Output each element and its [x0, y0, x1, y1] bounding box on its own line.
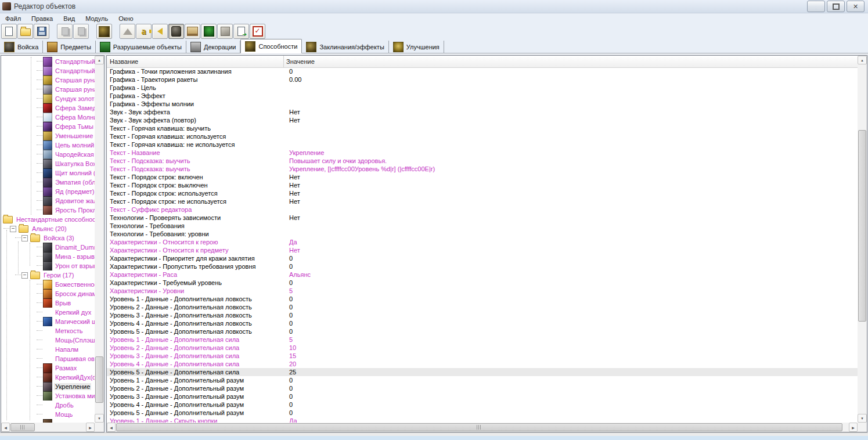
tree-item[interactable]: Урон от взрыва: [1, 261, 95, 271]
doodads-button[interactable]: [185, 24, 200, 39]
tree-folder[interactable]: –Войска (3): [1, 233, 95, 243]
property-row[interactable]: Характеристики - Приоритет для кражи зак…: [107, 254, 858, 262]
property-row[interactable]: Графика - Точки приложения заклинания0: [107, 67, 858, 75]
scroll-down-arrow-icon[interactable]: ▼: [858, 414, 867, 423]
tree-item[interactable]: Мощь(Сплэш): [1, 336, 95, 345]
terrain-button[interactable]: [120, 24, 135, 39]
tree-item[interactable]: Бросок динамит: [1, 289, 95, 298]
tree-item[interactable]: Укрепление: [1, 382, 95, 391]
property-row[interactable]: Графика - Эффект: [107, 92, 858, 100]
tree-item[interactable]: Стандартный пр: [1, 66, 95, 75]
minimize-button[interactable]: [807, 1, 825, 12]
save-button[interactable]: [34, 24, 49, 39]
tree-folder[interactable]: –Альянс (20): [1, 224, 95, 233]
tree-vertical-scrollbar[interactable]: ▲ ▼: [95, 56, 104, 423]
tree-folder[interactable]: Нестандартные способнос: [1, 215, 95, 224]
property-row[interactable]: Уровень 2 - Данные - Дополнительный разу…: [107, 384, 858, 392]
property-row[interactable]: Уровень 1 - Данные - Скрыть кнопкиДа: [107, 417, 858, 423]
property-row[interactable]: Уровень 5 - Данные - Дополнительная ловк…: [107, 327, 858, 336]
property-row[interactable]: Текст - Горячая клавиша: используется: [107, 132, 858, 140]
scroll-right-arrow-icon[interactable]: ▶: [86, 423, 95, 432]
property-row[interactable]: Графика - Траектория ракеты0.00: [107, 75, 858, 84]
scroll-left-arrow-icon[interactable]: ◀: [1, 423, 10, 432]
property-row[interactable]: Уровень 3 - Данные - Дополнительный разу…: [107, 392, 858, 401]
title-bar[interactable]: Редактор объектов ✕: [0, 0, 868, 13]
property-row[interactable]: Характеристики - Уровни5: [107, 287, 858, 295]
tree-item[interactable]: Мощь: [1, 410, 95, 419]
table-hscroll-thumb[interactable]: [116, 423, 842, 431]
tab-chest[interactable]: Предметы: [43, 41, 96, 53]
table-horizontal-scrollbar[interactable]: ◀ ▶: [107, 423, 858, 432]
property-row[interactable]: Звук - Звук эффекта (повтор)Нет: [107, 116, 858, 124]
property-row[interactable]: Уровень 5 - Данные - Дополнительная сила…: [107, 368, 858, 376]
tree-horizontal-scrollbar[interactable]: ◀ ▶: [1, 423, 95, 432]
tree-item[interactable]: Сфера Тьмы: [1, 122, 95, 131]
table-vscroll-thumb[interactable]: [858, 130, 866, 322]
tree-folder[interactable]: –Герои (17): [1, 271, 95, 280]
open-file-button[interactable]: [17, 24, 33, 39]
property-row[interactable]: Графика - Цель: [107, 84, 858, 92]
scroll-up-arrow-icon[interactable]: ▲: [95, 56, 104, 64]
tab-tower[interactable]: Декорации: [186, 41, 240, 53]
tree-item[interactable]: Мина - взрывае: [1, 252, 95, 261]
property-row[interactable]: Текст - Подсказка: выучитьПовышает силу …: [107, 157, 858, 165]
property-row[interactable]: Технологии - Требования: уровни: [107, 230, 858, 238]
tree-item[interactable]: Ядовитое жало: [1, 196, 95, 205]
tree-item[interactable]: КрепкийДух(фил: [1, 373, 95, 382]
scroll-right-arrow-icon[interactable]: ▶: [849, 423, 858, 432]
property-row[interactable]: Уровень 1 - Данные - Дополнительная сила…: [107, 336, 858, 344]
tree-item[interactable]: Чародейская ау: [1, 150, 95, 159]
tree-hscroll-thumb[interactable]: [10, 423, 35, 431]
collapse-box-icon[interactable]: –: [10, 226, 16, 232]
property-row[interactable]: Уровень 5 - Данные - Дополнительный разу…: [107, 409, 858, 417]
tab-fist[interactable]: Способности: [240, 39, 302, 53]
tree-item[interactable]: Сфера Замедле: [1, 103, 95, 113]
tree-item[interactable]: Яд (предмет): [1, 187, 95, 196]
property-row[interactable]: Уровень 1 - Данные - Дополнительная ловк…: [107, 295, 858, 303]
tree-item[interactable]: Меткость: [1, 326, 95, 336]
tree-item[interactable]: Старшая руна В: [1, 75, 95, 85]
tree-item[interactable]: Dinamit_Dummy: [1, 243, 95, 252]
tree-item[interactable]: Магический щи: [1, 317, 95, 326]
scroll-left-arrow-icon[interactable]: ◀: [107, 423, 116, 432]
property-row[interactable]: Уровень 2 - Данные - Дополнительная ловк…: [107, 303, 858, 311]
property-row[interactable]: Уровень 4 - Данные - Дополнительная сила…: [107, 360, 858, 368]
tree-item[interactable]: Уменьшение ур: [1, 131, 95, 140]
export-document-button[interactable]: [233, 24, 249, 39]
menu-item[interactable]: Окно: [113, 14, 139, 23]
tree-item[interactable]: Врыв: [1, 298, 95, 308]
property-row[interactable]: Технологии - Проверять зависимостиНет: [107, 214, 858, 222]
tree-item[interactable]: Напалм: [1, 345, 95, 354]
tree-item[interactable]: Крепкий дух: [1, 308, 95, 317]
property-row[interactable]: Характеристики - Относится к героюДа: [107, 238, 858, 246]
property-row[interactable]: Уровень 1 - Данные - Дополнительный разу…: [107, 376, 858, 384]
column-header-value[interactable]: Значение: [284, 58, 315, 65]
property-row[interactable]: Текст - Горячая клавиша: выучить: [107, 124, 858, 132]
property-row[interactable]: Текст - Порядок строк: выключенНет: [107, 181, 858, 189]
menu-item[interactable]: Правка: [26, 14, 58, 23]
tree-item[interactable]: Цепь молний (г: [1, 140, 95, 150]
new-document-button[interactable]: [1, 24, 17, 39]
objects-button[interactable]: [217, 24, 233, 39]
tab-armor[interactable]: Войска: [0, 41, 43, 53]
tab-shield[interactable]: Улучшения: [389, 41, 444, 53]
collapse-box-icon[interactable]: –: [21, 235, 28, 241]
property-row[interactable]: Звук - Звук эффектаНет: [107, 108, 858, 116]
tree-item[interactable]: Ярость Прокля: [1, 205, 95, 215]
close-button[interactable]: ✕: [847, 1, 865, 12]
creatures-button[interactable]: [201, 24, 217, 39]
tree-item[interactable]: Дробь: [1, 401, 95, 410]
collapse-box-icon[interactable]: –: [21, 272, 28, 279]
sound-button[interactable]: [152, 24, 168, 39]
menu-item[interactable]: Вид: [58, 14, 80, 23]
property-row[interactable]: Технологии - Требования: [107, 222, 858, 230]
menu-item[interactable]: Файл: [0, 14, 26, 23]
tree-item[interactable]: Сфера Молний: [1, 113, 95, 122]
abilities-button[interactable]: [96, 24, 112, 39]
property-row[interactable]: Текст - НазваниеУкрепление: [107, 149, 858, 157]
tree-item[interactable]: Паршивая овца: [1, 354, 95, 363]
tree-item[interactable]: Установка мини: [1, 391, 95, 401]
tree-item[interactable]: Шкатулка Вожд: [1, 159, 95, 168]
property-row[interactable]: Текст - Порядок строк: не используетсяНе…: [107, 197, 858, 205]
property-row[interactable]: Текст - Подсказка: выучитьУкрепление, [|…: [107, 165, 858, 173]
